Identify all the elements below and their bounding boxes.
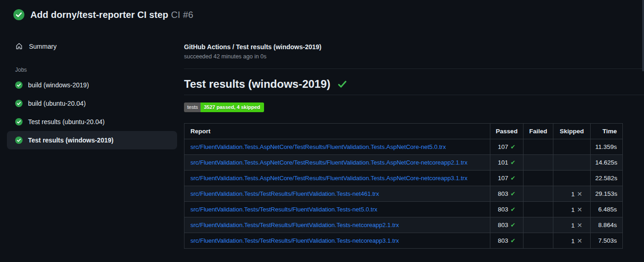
check-circle-icon [15, 81, 23, 89]
check-icon: ✔ [511, 222, 516, 228]
table-row: src/FluentValidation.Tests/TestResults/F… [184, 202, 623, 217]
check-icon: ✔ [511, 175, 516, 182]
report-link[interactable]: src/FluentValidation.Tests.AspNetCore/Te… [190, 175, 467, 182]
jobs-section-label: Jobs [15, 67, 177, 73]
report-link[interactable]: src/FluentValidation.Tests/TestResults/F… [190, 206, 377, 213]
tests-badge-value: 3527 passed, 4 skipped [201, 103, 264, 112]
time-cell: 29.153s [591, 186, 623, 202]
table-row: src/FluentValidation.Tests.AspNetCore/Te… [184, 139, 623, 155]
skipped-cell: 1✕ [553, 233, 591, 249]
time-cell: 7.503s [591, 233, 623, 249]
cross-icon: ✕ [577, 222, 582, 229]
skipped-cell: 1✕ [553, 202, 591, 217]
passed-cell: 803✔ [490, 217, 523, 233]
sidebar-item-summary[interactable]: Summary [7, 40, 177, 53]
job-item-label: build (ubuntu-20.04) [28, 100, 86, 107]
job-item-label: Test results (ubuntu-20.04) [28, 118, 105, 125]
run-header: Add dorny/test-reporter CI stepCI #6 [0, 0, 644, 31]
passed-cell: 803✔ [490, 202, 523, 217]
test-results-table: Report Passed Failed Skipped Time src/Fl… [184, 123, 623, 249]
skipped-cell [553, 171, 591, 186]
check-icon: ✔ [511, 190, 516, 197]
table-row: src/FluentValidation.Tests.AspNetCore/Te… [184, 155, 623, 171]
failed-cell [523, 233, 553, 249]
report-link[interactable]: src/FluentValidation.Tests/TestResults/F… [190, 222, 399, 228]
check-circle-icon [15, 137, 23, 144]
main-content: GitHub Actions / Test results (windows-2… [184, 31, 644, 249]
report-link[interactable]: src/FluentValidation.Tests/TestResults/F… [190, 237, 399, 244]
table-row: src/FluentValidation.Tests/TestResults/F… [184, 186, 623, 202]
vertical-scrollbar[interactable] [642, 0, 644, 71]
time-cell: 11.359s [591, 139, 623, 155]
check-circle-icon [15, 100, 23, 107]
passed-cell: 803✔ [490, 186, 523, 202]
check-circle-icon [15, 118, 23, 125]
job-list: build (windows-2019)build (ubuntu-20.04)… [7, 76, 177, 149]
column-header-report: Report [184, 124, 490, 139]
sidebar-job-item[interactable]: Test results (windows-2019) [7, 131, 177, 149]
report-link[interactable]: src/FluentValidation.Tests.AspNetCore/Te… [190, 159, 467, 166]
time-cell: 8.864s [591, 217, 623, 233]
results-table-body: src/FluentValidation.Tests.AspNetCore/Te… [184, 139, 623, 249]
sidebar-job-item[interactable]: build (windows-2019) [7, 76, 177, 94]
run-number: CI #6 [171, 10, 193, 20]
passed-cell: 107✔ [490, 171, 523, 186]
report-link[interactable]: src/FluentValidation.Tests.AspNetCore/Te… [190, 143, 446, 150]
failed-cell [523, 171, 553, 186]
report-link[interactable]: src/FluentValidation.Tests/TestResults/F… [190, 190, 379, 197]
cross-icon: ✕ [577, 206, 582, 213]
cross-icon: ✕ [577, 237, 582, 245]
skipped-cell: 1✕ [553, 186, 591, 202]
run-title-text: Add dorny/test-reporter CI step [30, 10, 168, 20]
column-header-time: Time [591, 124, 623, 139]
divider [184, 95, 644, 95]
check-run-title: GitHub Actions / Test results (windows-2… [184, 43, 644, 51]
passed-cell: 107✔ [490, 139, 523, 155]
tests-badge: tests 3527 passed, 4 skipped [184, 103, 264, 112]
column-header-failed: Failed [523, 124, 553, 139]
tests-badge-label: tests [184, 103, 201, 112]
table-header-row: Report Passed Failed Skipped Time [184, 124, 623, 139]
check-icon: ✔ [511, 159, 516, 166]
check-icon: ✔ [511, 143, 516, 150]
failed-cell [523, 186, 553, 202]
time-cell: 22.582s [591, 171, 623, 186]
home-icon [15, 42, 23, 50]
divider [184, 68, 644, 69]
check-icon: ✔ [511, 206, 516, 213]
check-run-status: succeeded 42 minutes ago in 0s [184, 53, 644, 60]
sidebar-job-item[interactable]: build (ubuntu-20.04) [7, 94, 177, 113]
passed-cell: 101✔ [490, 155, 523, 171]
skipped-cell [553, 139, 591, 155]
skipped-cell: 1✕ [553, 217, 591, 233]
status-success-icon [13, 9, 24, 20]
check-icon [337, 79, 348, 89]
column-header-passed: Passed [490, 124, 523, 139]
run-title: Add dorny/test-reporter CI stepCI #6 [30, 10, 193, 20]
passed-cell: 803✔ [490, 233, 523, 249]
check-icon: ✔ [511, 237, 516, 244]
section-title: Test results (windows-2019) [184, 78, 330, 91]
sidebar-item-label: Summary [29, 43, 57, 50]
job-item-label: Test results (windows-2019) [28, 137, 114, 144]
failed-cell [523, 155, 553, 171]
job-item-label: build (windows-2019) [28, 81, 89, 89]
sidebar-job-item[interactable]: Test results (ubuntu-20.04) [7, 113, 177, 131]
failed-cell [523, 217, 553, 233]
time-cell: 6.485s [591, 202, 623, 217]
skipped-cell [553, 155, 591, 171]
time-cell: 14.625s [591, 155, 623, 171]
table-row: src/FluentValidation.Tests/TestResults/F… [184, 233, 623, 249]
sidebar: Summary Jobs build (windows-2019)build (… [0, 31, 184, 149]
failed-cell [523, 202, 553, 217]
table-row: src/FluentValidation.Tests/TestResults/F… [184, 217, 623, 233]
failed-cell [523, 139, 553, 155]
column-header-skipped: Skipped [553, 124, 591, 139]
cross-icon: ✕ [577, 190, 582, 198]
table-row: src/FluentValidation.Tests.AspNetCore/Te… [184, 171, 623, 186]
